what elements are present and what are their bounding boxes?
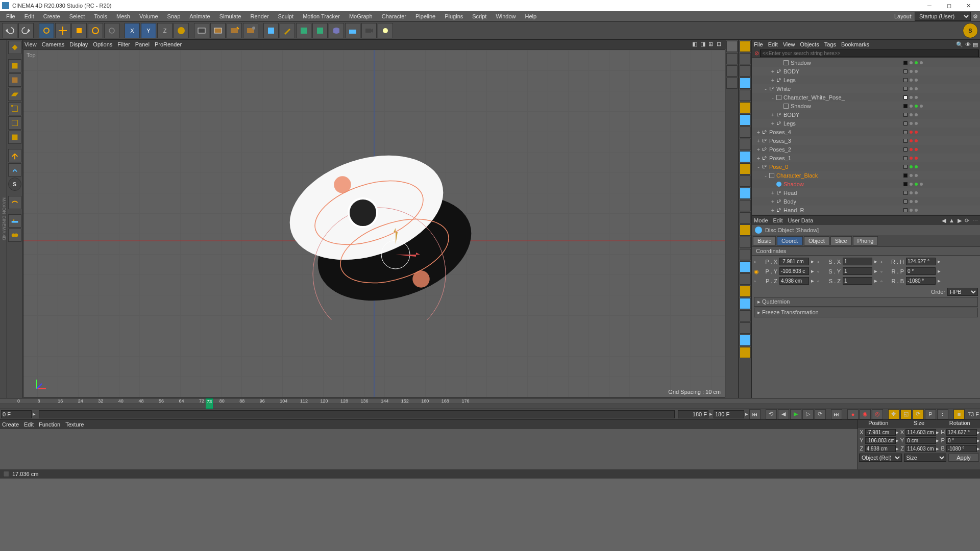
tree-flags[interactable] [903,191,980,195]
menu-snap[interactable]: Snap [163,12,185,20]
scale-tool[interactable] [71,23,87,38]
tree-flags[interactable] [903,139,980,143]
coord-apply-button[interactable]: Apply [948,454,979,462]
vpmenu-filter[interactable]: Filter [117,41,130,47]
tree-row[interactable]: -Character_Black [752,171,980,180]
input-rp[interactable] [906,267,936,275]
key-pos[interactable]: ✥ [888,409,899,419]
workplane-mode[interactable] [8,88,21,101]
tree-expander[interactable]: + [770,77,775,83]
render-region[interactable] [210,23,226,38]
menu-file[interactable]: File [2,12,19,20]
tree-flags[interactable] [903,69,980,73]
menu-character[interactable]: Character [378,12,410,20]
tree-row[interactable]: -L⁰Pose_0 [752,162,980,171]
material-body[interactable] [0,429,857,469]
coord-system[interactable] [174,23,189,38]
close-button[interactable]: ✕ [959,1,978,11]
attrmenu-edit[interactable]: Edit [773,217,783,223]
vpmenu-options[interactable]: Options [93,41,112,47]
key-scale[interactable]: ◱ [900,409,912,419]
palette-btn-11[interactable] [740,176,751,187]
point-mode[interactable] [8,102,21,115]
tree-row[interactable]: Shadow [752,180,980,188]
palette-btn-22[interactable] [740,310,751,321]
palette-btn-10[interactable] [740,163,751,174]
x-axis-lock[interactable]: X [125,23,140,38]
substance-button[interactable]: S [963,23,978,38]
menu-motion-tracker[interactable]: Motion Tracker [299,12,344,20]
render-settings[interactable] [243,23,258,38]
next-frame[interactable]: ▷ [802,409,814,419]
cm-size[interactable] [905,437,936,444]
vpmenu-display[interactable]: Display [69,41,88,47]
tree-flags[interactable] [903,95,980,99]
goto-start[interactable]: ⏮ [749,409,761,419]
prev-frame[interactable]: ◀ [778,409,789,419]
palette-btn-15[interactable] [740,224,751,236]
matmenu-function[interactable]: Function [39,421,60,428]
tree-row[interactable]: +L⁰Legs [752,119,980,128]
vpmenu-view[interactable]: View [24,41,37,47]
attr-new-icon[interactable]: ⋯ [972,217,978,224]
tweak-mode[interactable] [8,163,21,177]
timeline-options[interactable]: ≡ [953,409,965,419]
tree-expander[interactable]: + [770,68,775,74]
tree-expander[interactable]: - [763,172,768,179]
nav-pan[interactable] [726,53,738,64]
palette-btn-8[interactable] [740,139,751,150]
add-environment[interactable] [345,23,360,38]
tree-expander[interactable]: + [756,146,761,153]
menu-sculpt[interactable]: Sculpt [274,12,298,20]
render-picture-viewer[interactable] [227,23,242,38]
cm-rot[interactable] [946,437,977,444]
frame-range-end[interactable] [678,410,708,418]
tab-coord[interactable]: Coord. [777,236,803,245]
edge-mode[interactable] [8,116,21,130]
anim-dot[interactable]: ◦ [754,278,760,284]
live-select-tool[interactable] [39,23,54,38]
tree-expander[interactable]: + [756,155,761,161]
render-view[interactable] [194,23,209,38]
goto-end[interactable]: ⏭ [831,409,842,419]
tree-expander[interactable]: + [770,190,775,196]
menu-mesh[interactable]: Mesh [112,12,134,20]
cm-size[interactable] [905,445,936,452]
tree-row[interactable]: +L⁰Poses_2 [752,145,980,154]
objmenu-tags[interactable]: Tags [824,41,836,47]
palette-btn-25[interactable] [740,347,751,358]
viewport[interactable]: Top [23,49,725,397]
object-search-input[interactable] [760,49,979,57]
tree-flags[interactable] [903,156,980,160]
palette-btn-6[interactable] [740,114,751,126]
tree-flags[interactable] [903,130,980,134]
menu-render[interactable]: Render [246,12,273,20]
tree-row[interactable]: +L⁰BODY [752,110,980,119]
tree-flags[interactable] [903,78,980,82]
tree-expander[interactable]: + [770,120,775,127]
menu-select[interactable]: Select [65,12,89,20]
cm-rot[interactable] [946,429,977,436]
tree-expander[interactable]: + [770,207,775,213]
input-py[interactable] [779,267,809,275]
record-button[interactable]: ● [847,409,859,419]
input-sx[interactable] [843,258,872,265]
add-cube[interactable] [263,23,279,38]
palette-btn-3[interactable] [740,78,751,89]
add-camera[interactable] [361,23,377,38]
tree-flags[interactable] [903,113,980,117]
palette-btn-2[interactable] [740,65,751,77]
tree-flags[interactable] [903,121,980,126]
attrmenu-user-data[interactable]: User Data [788,217,814,223]
palette-btn-5[interactable] [740,102,751,113]
workplane-tool[interactable] [8,196,21,209]
texture-mode[interactable] [8,73,21,87]
tree-flags[interactable] [903,199,980,204]
palette-btn-9[interactable] [740,151,751,162]
matmenu-texture[interactable]: Texture [65,421,84,428]
tree-flags[interactable] [903,182,980,186]
vp-icon-1[interactable]: ◧ [692,41,699,48]
object-tree[interactable]: Shadow+L⁰BODY+L⁰Legs-L⁰White-Character_W… [752,58,980,215]
attr-nav-next[interactable]: ▶ [958,217,962,224]
clear-search-icon[interactable]: ⊘ [753,50,760,57]
